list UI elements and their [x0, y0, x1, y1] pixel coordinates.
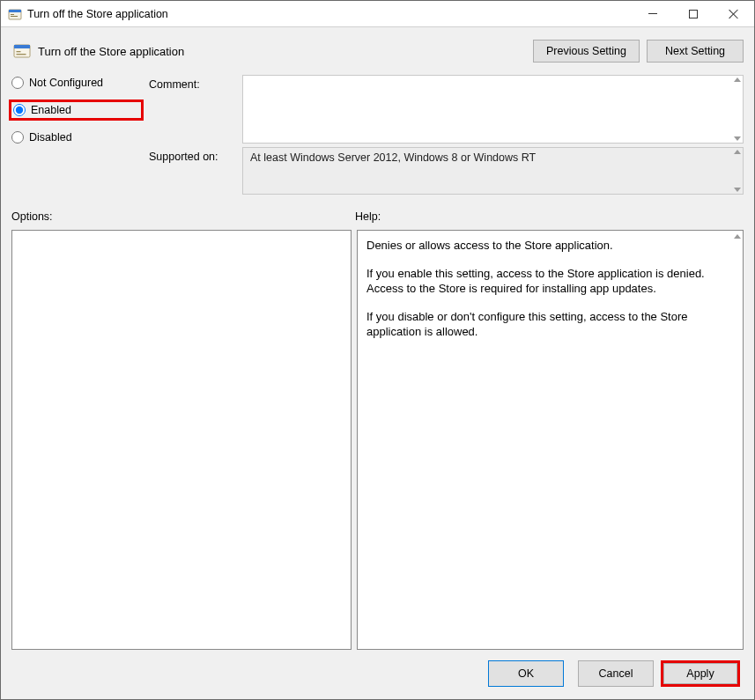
titlebar: Turn off the Store application — [1, 1, 754, 27]
lower-labels: Options: Help: — [10, 210, 745, 223]
supported-on-box: At least Windows Server 2012, Windows 8 … — [242, 147, 744, 195]
help-scroll[interactable] — [734, 234, 741, 239]
close-button[interactable] — [714, 1, 754, 26]
svg-rect-3 — [11, 16, 18, 17]
scroll-up-icon — [734, 234, 741, 239]
config-grid: Not Configured Enabled Disabled Comment: — [10, 75, 745, 195]
window-icon — [8, 7, 22, 21]
options-panel — [11, 230, 352, 650]
scroll-down-icon — [734, 188, 741, 192]
window-title: Turn off the Store application — [27, 8, 168, 20]
comment-textarea[interactable] — [242, 75, 744, 144]
ok-button[interactable]: OK — [488, 660, 564, 687]
button-row: OK Cancel Apply — [10, 650, 745, 690]
cancel-button[interactable]: Cancel — [578, 660, 654, 687]
radio-disabled-input[interactable] — [11, 131, 24, 144]
dialog-window: Turn off the Store application Turn off … — [0, 0, 755, 700]
apply-highlight: Apply — [661, 660, 740, 687]
help-panel: Denies or allows access to the Store app… — [357, 230, 744, 650]
policy-icon — [13, 42, 31, 60]
minimize-button[interactable] — [633, 1, 673, 26]
supported-on-value: At least Windows Server 2012, Windows 8 … — [250, 151, 536, 164]
comment-scroll[interactable] — [734, 77, 741, 141]
supported-on-label: Supported on: — [149, 147, 237, 195]
comment-label: Comment: — [149, 75, 237, 144]
close-icon — [729, 9, 739, 19]
svg-rect-1 — [9, 10, 21, 12]
radio-not-configured-label: Not Configured — [29, 77, 103, 89]
radio-group: Not Configured Enabled Disabled — [11, 75, 144, 195]
help-label: Help: — [355, 210, 381, 223]
radio-not-configured-input[interactable] — [11, 77, 24, 89]
scroll-down-icon — [734, 136, 741, 141]
help-text-p1: Denies or allows access to the Store app… — [366, 238, 723, 254]
radio-enabled-label: Enabled — [31, 104, 71, 116]
scroll-up-icon — [734, 77, 741, 82]
previous-setting-button[interactable]: Previous Setting — [533, 40, 640, 63]
policy-name: Turn off the Store application — [38, 45, 184, 58]
svg-rect-6 — [17, 51, 21, 52]
svg-rect-2 — [11, 14, 14, 15]
maximize-icon — [689, 10, 698, 18]
minimize-icon — [648, 13, 657, 14]
supported-scroll[interactable] — [734, 150, 741, 192]
options-label: Options: — [11, 210, 355, 223]
radio-enabled[interactable]: Enabled — [9, 99, 144, 121]
help-text-p2: If you enable this setting, access to th… — [366, 266, 723, 297]
svg-rect-5 — [14, 45, 30, 48]
help-text-p3: If you disable or don't configure this s… — [366, 309, 723, 340]
content-area: Turn off the Store application Previous … — [1, 27, 754, 699]
lower-panels: Denies or allows access to the Store app… — [10, 230, 745, 650]
next-setting-button[interactable]: Next Setting — [647, 40, 744, 63]
radio-disabled-label: Disabled — [29, 131, 72, 144]
scroll-up-icon — [734, 150, 741, 154]
apply-button[interactable]: Apply — [663, 663, 737, 684]
radio-not-configured[interactable]: Not Configured — [11, 77, 144, 89]
maximize-button[interactable] — [673, 1, 714, 26]
header-row: Turn off the Store application Previous … — [10, 33, 745, 75]
radio-disabled[interactable]: Disabled — [11, 131, 144, 144]
radio-enabled-input[interactable] — [13, 104, 26, 116]
svg-rect-7 — [17, 54, 26, 55]
